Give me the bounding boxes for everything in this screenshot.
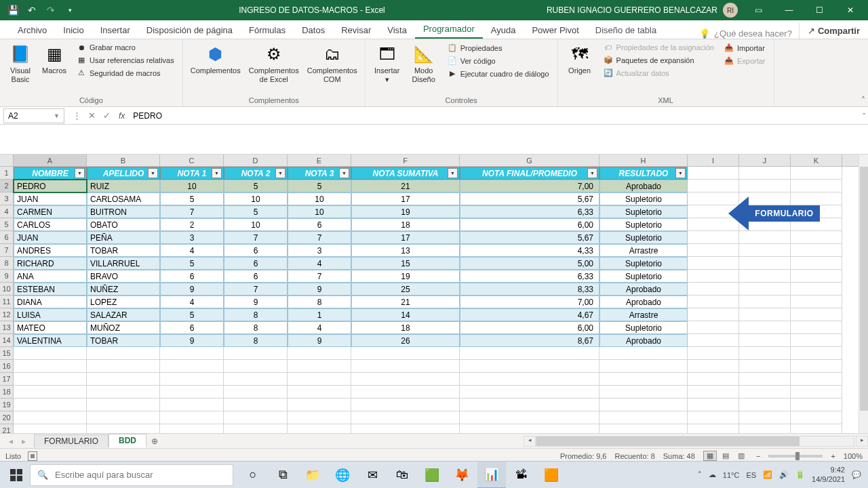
cell[interactable] [288,347,351,360]
cell[interactable]: TOBAR [87,334,160,347]
cell[interactable] [14,386,87,399]
importar-button[interactable]: 📥Importar [721,42,768,54]
cell[interactable] [160,360,224,373]
cell[interactable]: OBATO [87,218,160,231]
cell[interactable]: NOTA 3▼ [288,167,351,180]
cell[interactable] [14,399,87,411]
cell[interactable] [87,386,160,399]
cell[interactable] [688,373,739,386]
cell[interactable]: 9 [160,334,224,347]
collapse-ribbon-icon[interactable]: ˄ [861,96,865,105]
cell[interactable]: 5 [288,180,351,192]
cell[interactable] [739,334,791,347]
cell[interactable]: Supletorio [599,270,688,283]
cell[interactable]: Supletorio [599,231,688,244]
row-head[interactable]: 3 [0,192,14,205]
row-head[interactable]: 8 [0,257,14,270]
redo-icon[interactable]: ↷ [43,3,58,18]
cell[interactable]: 7 [160,205,224,218]
cell[interactable] [791,334,842,347]
filter-button[interactable]: ▼ [148,168,158,178]
origen-button[interactable]: 🗺 Origen [564,42,596,75]
cell[interactable]: JUAN [14,192,87,205]
row-head[interactable]: 19 [0,399,14,411]
cell[interactable] [791,257,842,270]
row-head[interactable]: 10 [0,283,14,296]
cell[interactable] [14,411,87,424]
cell[interactable] [599,347,688,360]
cell[interactable]: 18 [351,218,460,231]
filter-button[interactable]: ▼ [275,168,285,178]
cell[interactable] [87,399,160,411]
cell[interactable]: 8,33 [460,283,599,296]
cell[interactable]: 5 [224,205,288,218]
cell[interactable] [739,167,791,180]
row-head[interactable]: 6 [0,231,14,244]
cell[interactable]: 9 [224,296,288,308]
cell[interactable]: 19 [351,270,460,283]
cell[interactable] [87,373,160,386]
cell[interactable] [460,373,599,386]
tab-revisar[interactable]: Revisar [333,22,379,39]
cell[interactable]: BUITRON [87,205,160,218]
cell[interactable] [460,399,599,411]
cell[interactable]: ANA [14,270,87,283]
start-button[interactable] [3,462,30,489]
cell[interactable] [288,360,351,373]
cell[interactable]: 10 [160,180,224,192]
cell[interactable]: 7,00 [460,180,599,192]
cell[interactable] [791,244,842,257]
cell[interactable]: CARMEN [14,205,87,218]
cell[interactable] [739,308,791,321]
qat-customize-icon[interactable]: ▾ [62,3,77,18]
tab-ayuda[interactable]: Ayuda [483,22,524,39]
cell[interactable] [87,424,160,433]
macros-button[interactable]: ▦ Macros [39,42,69,75]
share-button[interactable]: ↗ Compartir [799,23,868,39]
col-head-i[interactable]: I [688,155,739,166]
cell[interactable] [739,296,791,308]
row-head[interactable]: 20 [0,411,14,424]
cell[interactable]: 4 [160,296,224,308]
cell[interactable] [224,386,288,399]
cell[interactable]: LOPEZ [87,296,160,308]
tab-powerpivot[interactable]: Power Pivot [524,22,587,39]
zoom-slider[interactable] [768,455,823,458]
cell[interactable]: Supletorio [599,257,688,270]
cell[interactable]: 4,33 [460,244,599,257]
select-all-corner[interactable] [0,155,14,166]
cell[interactable]: 17 [351,192,460,205]
cell[interactable]: 1 [288,308,351,321]
cell[interactable]: 4 [288,321,351,334]
cell[interactable]: 21 [351,296,460,308]
cell[interactable] [688,231,739,244]
cell[interactable] [14,360,87,373]
cell[interactable]: 15 [351,257,460,270]
cell[interactable] [599,411,688,424]
tab-vista[interactable]: Vista [379,22,415,39]
cell[interactable]: Arrastre [599,244,688,257]
cell[interactable] [351,347,460,360]
cell[interactable]: 5,00 [460,257,599,270]
cell[interactable]: 9 [288,283,351,296]
cell[interactable] [688,399,739,411]
cell[interactable]: 8 [288,296,351,308]
cell[interactable] [688,167,739,180]
battery-icon[interactable]: 🔋 [795,470,805,479]
cell[interactable]: 3 [160,231,224,244]
cell[interactable] [224,373,288,386]
maximize-icon[interactable]: ☐ [804,0,835,20]
cell[interactable]: Supletorio [599,192,688,205]
cell[interactable] [791,270,842,283]
add-sheet-button[interactable]: ⊕ [146,436,163,446]
cell[interactable]: MATEO [14,321,87,334]
complementos-com-button[interactable]: 🗂 Complementos COM [305,42,359,84]
tab-disposicion[interactable]: Disposición de página [138,22,241,39]
cell[interactable] [599,360,688,373]
cell[interactable] [791,399,842,411]
tab-inicio[interactable]: Inicio [55,22,92,39]
cell[interactable] [688,424,739,433]
complementos-excel-button[interactable]: ⚙ Complementos de Excel [247,42,301,84]
row-head[interactable]: 7 [0,244,14,257]
cell[interactable]: Aprobado [599,283,688,296]
